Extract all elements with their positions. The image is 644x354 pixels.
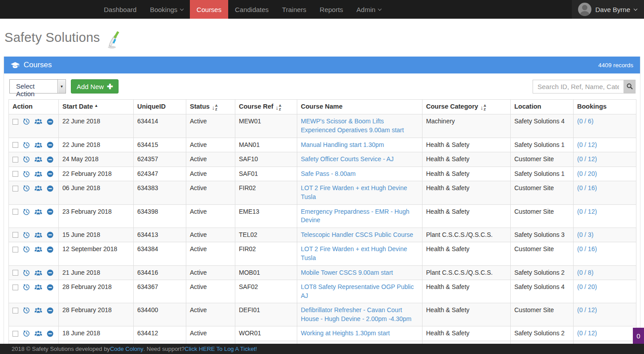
row-checkbox[interactable] bbox=[12, 247, 18, 252]
bookings-link[interactable]: (0 / 3) bbox=[577, 231, 594, 238]
row-checkbox[interactable] bbox=[12, 119, 18, 125]
deactivate-icon[interactable] bbox=[47, 208, 53, 215]
nav-item-admin[interactable]: Admin bbox=[350, 0, 388, 19]
course-name-link[interactable]: LOT 2 Fire Warden + ext Hugh Devine Tusl… bbox=[301, 184, 407, 200]
history-icon[interactable] bbox=[23, 142, 30, 149]
row-checkbox[interactable] bbox=[12, 209, 18, 215]
row-checkbox[interactable] bbox=[12, 142, 18, 148]
history-icon[interactable] bbox=[23, 246, 30, 253]
candidates-icon[interactable] bbox=[34, 209, 42, 215]
course-ref-cell: SAF10 bbox=[235, 152, 297, 167]
unique-id-cell: 634413 bbox=[134, 228, 186, 242]
course-name-link[interactable]: LOT8 Safety Representative OGP Public AJ bbox=[301, 283, 414, 299]
location-cell: Customer Site bbox=[511, 303, 574, 326]
deactivate-icon[interactable] bbox=[47, 246, 53, 253]
nav-item-reports[interactable]: Reports bbox=[313, 0, 350, 19]
bookings-link[interactable]: (0 / 12) bbox=[577, 306, 597, 313]
row-checkbox[interactable] bbox=[12, 171, 18, 177]
bookings-link[interactable]: (0 / 20) bbox=[577, 170, 597, 177]
candidates-icon[interactable] bbox=[34, 284, 42, 290]
row-checkbox[interactable] bbox=[12, 270, 18, 276]
sort-alpha-icon: ↓AZ bbox=[212, 104, 217, 111]
bookings-link[interactable]: (0 / 12) bbox=[577, 208, 597, 215]
select-action-dropdown[interactable]: Select Action ▼ bbox=[9, 79, 66, 94]
candidates-icon[interactable] bbox=[34, 185, 42, 191]
course-name-link[interactable]: Safe Pass - 8.00am bbox=[301, 170, 356, 177]
nav-item-dashboard[interactable]: Dashboard bbox=[97, 0, 143, 19]
deactivate-icon[interactable] bbox=[47, 269, 53, 276]
bookings-link[interactable]: (0 / 20) bbox=[577, 283, 597, 290]
course-name-link[interactable]: Mobile Tower CSCS 9.00am start bbox=[301, 269, 393, 276]
history-icon[interactable] bbox=[23, 118, 30, 125]
history-icon[interactable] bbox=[23, 171, 30, 178]
row-checkbox[interactable] bbox=[12, 308, 18, 313]
course-name-link[interactable]: Manual Handling start 1.30pm bbox=[301, 141, 384, 148]
candidates-icon[interactable] bbox=[34, 142, 42, 148]
course-name-link[interactable]: Safety Officer Courts Service - AJ bbox=[301, 155, 394, 163]
candidates-icon[interactable] bbox=[34, 307, 42, 313]
candidates-icon[interactable] bbox=[34, 330, 42, 337]
bookings-link[interactable]: (0 / 12) bbox=[577, 330, 597, 337]
search-input[interactable] bbox=[533, 80, 624, 94]
history-icon[interactable] bbox=[23, 284, 30, 291]
nav-item-trainers[interactable]: Trainers bbox=[275, 0, 313, 19]
row-checkbox[interactable] bbox=[12, 157, 18, 163]
course-name-cell: Manual Handling start 1.30pm bbox=[297, 138, 422, 152]
bookings-link[interactable]: (0 / 16) bbox=[577, 184, 597, 191]
deactivate-icon[interactable] bbox=[47, 330, 53, 337]
candidates-icon[interactable] bbox=[34, 270, 42, 276]
deactivate-icon[interactable] bbox=[47, 118, 53, 125]
deactivate-icon[interactable] bbox=[47, 284, 53, 291]
history-icon[interactable] bbox=[23, 269, 30, 277]
column-header-status[interactable]: Status↓AZ bbox=[186, 100, 235, 114]
history-icon[interactable] bbox=[23, 232, 30, 239]
deactivate-icon[interactable] bbox=[47, 232, 53, 238]
row-checkbox[interactable] bbox=[12, 186, 18, 191]
deactivate-icon[interactable] bbox=[47, 307, 53, 314]
history-icon[interactable] bbox=[23, 307, 30, 314]
candidates-icon[interactable] bbox=[34, 118, 42, 125]
course-name-link[interactable]: LOT 2 Fire Warden + ext Hugh Devine Tusl… bbox=[301, 245, 407, 261]
column-header-start-date[interactable]: Start Date▲ bbox=[59, 100, 134, 114]
history-icon[interactable] bbox=[23, 185, 30, 192]
candidates-icon[interactable] bbox=[34, 171, 42, 177]
history-icon[interactable] bbox=[23, 330, 30, 337]
candidates-icon[interactable] bbox=[34, 156, 42, 163]
footer-company-link[interactable]: Code Colony bbox=[110, 346, 144, 352]
row-checkbox[interactable] bbox=[12, 232, 18, 238]
history-icon[interactable] bbox=[23, 208, 30, 216]
add-new-button[interactable]: Add New ✚ bbox=[71, 79, 119, 94]
course-name-cell: MEWP's Scissor & Boom Lifts Experienced … bbox=[297, 114, 422, 138]
deactivate-icon[interactable] bbox=[47, 142, 53, 148]
profiler-badge[interactable]: 0 bbox=[633, 328, 644, 344]
bookings-link[interactable]: (0 / 8) bbox=[577, 269, 594, 276]
column-header-course-category[interactable]: Course Category↓AZ bbox=[422, 100, 511, 114]
history-icon[interactable] bbox=[23, 156, 30, 163]
row-checkbox[interactable] bbox=[12, 331, 18, 337]
row-checkbox[interactable] bbox=[12, 285, 18, 290]
nav-item-bookings[interactable]: Bookings bbox=[143, 0, 190, 19]
bookings-link[interactable]: (0 / 12) bbox=[577, 155, 597, 163]
footer-ticket-link[interactable]: Click HERE To Log A Ticket! bbox=[185, 346, 257, 352]
user-menu[interactable]: Dave Byrne bbox=[572, 0, 644, 19]
deactivate-icon[interactable] bbox=[47, 185, 53, 192]
select-action-value: Select Action bbox=[10, 80, 57, 93]
bookings-link[interactable]: (0 / 16) bbox=[577, 245, 597, 252]
course-name-link[interactable]: Emergency Prepardness - EMR - Hugh Devin… bbox=[301, 208, 410, 224]
column-header-course-ref[interactable]: Course Ref↓AZ bbox=[235, 100, 297, 114]
nav-item-candidates[interactable]: Candidates bbox=[228, 0, 275, 19]
course-name-link[interactable]: Working at Heights 1.30pm start bbox=[301, 330, 390, 337]
candidates-icon[interactable] bbox=[34, 232, 42, 238]
bookings-link[interactable]: (0 / 6) bbox=[577, 118, 594, 125]
candidates-icon[interactable] bbox=[34, 246, 42, 252]
course-name-link[interactable]: Telescopic Handler CSCS Public Course bbox=[301, 231, 413, 238]
deactivate-icon[interactable] bbox=[47, 156, 53, 163]
course-name-link[interactable]: Defibrillator Refresher - Cavan Court Ho… bbox=[301, 306, 411, 322]
nav-item-courses[interactable]: Courses bbox=[190, 0, 228, 19]
course-name-link[interactable]: MEWP's Scissor & Boom Lifts Experienced … bbox=[301, 118, 404, 134]
bookings-cell: (0 / 3) bbox=[574, 228, 636, 242]
course-category-cell: Health & Safety bbox=[422, 303, 511, 326]
search-button[interactable] bbox=[624, 80, 636, 94]
deactivate-icon[interactable] bbox=[47, 171, 53, 177]
bookings-link[interactable]: (0 / 12) bbox=[577, 141, 597, 148]
